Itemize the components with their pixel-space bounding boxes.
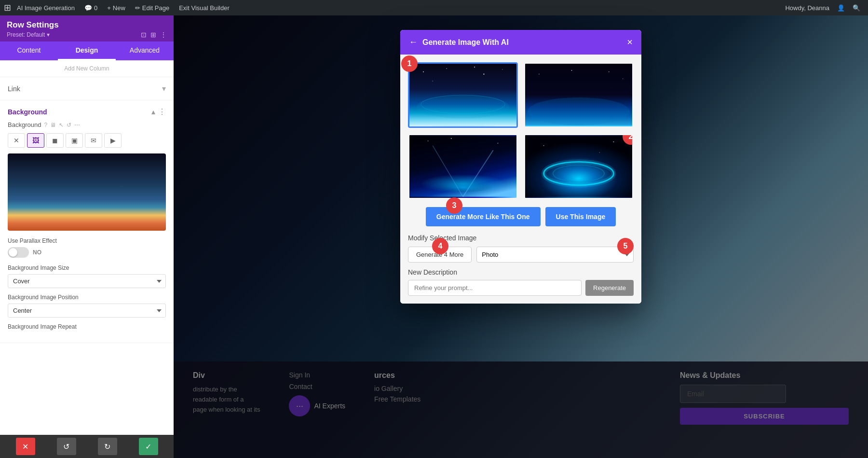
cancel-button[interactable]: ✕ bbox=[16, 438, 35, 455]
parallax-toggle[interactable] bbox=[8, 247, 29, 258]
bg-preview-image bbox=[8, 153, 166, 231]
site-name: AI Image Generation bbox=[17, 4, 75, 12]
svg-point-20 bbox=[451, 138, 452, 139]
regenerate-button[interactable]: Regenerate bbox=[585, 280, 634, 296]
new-desc-row: Regenerate bbox=[408, 280, 634, 296]
exit-builder-link[interactable]: Exit Visual Builder bbox=[175, 0, 233, 15]
image-cell-2[interactable] bbox=[524, 62, 634, 128]
use-image-button[interactable]: Use This Image bbox=[545, 207, 616, 226]
new-link[interactable]: + New bbox=[103, 0, 129, 15]
modal-back-button[interactable]: ← bbox=[409, 37, 418, 47]
undo-button[interactable]: ↺ bbox=[57, 438, 76, 455]
svg-point-19 bbox=[428, 140, 429, 141]
redo-button[interactable]: ↻ bbox=[98, 438, 117, 455]
more-bg-icon[interactable]: ⋯ bbox=[74, 122, 80, 128]
undo-icon[interactable]: ↺ bbox=[67, 122, 71, 128]
svg-point-21 bbox=[498, 143, 499, 144]
image-cell-1[interactable] bbox=[408, 62, 518, 128]
svg-rect-15 bbox=[409, 136, 516, 196]
tab-advanced[interactable]: Advanced bbox=[116, 42, 174, 60]
save-button[interactable]: ✓ bbox=[139, 438, 158, 455]
toggle-row: NO bbox=[8, 247, 166, 258]
svg-point-2 bbox=[416, 95, 509, 118]
bg-type-video[interactable]: ▶ bbox=[104, 133, 122, 148]
add-new-column-area: Add New Column bbox=[0, 60, 174, 77]
bg-type-gradient[interactable]: ▣ bbox=[66, 133, 83, 148]
section-title: Background bbox=[8, 108, 47, 116]
avatar[interactable]: 👤 bbox=[833, 0, 849, 15]
svg-point-27 bbox=[613, 141, 614, 142]
pencil-icon: ✏ bbox=[135, 4, 140, 12]
bg-position-field: Background Image Position Center Top Bot… bbox=[8, 294, 166, 318]
svg-point-8 bbox=[474, 67, 475, 68]
bg-position-select[interactable]: Center Top Bottom bbox=[8, 304, 166, 318]
sidebar-title: Row Settings bbox=[7, 20, 167, 30]
save-icon: ✓ bbox=[145, 442, 151, 451]
desktop-icon[interactable]: 🖥 bbox=[50, 122, 56, 128]
style-select[interactable]: Photo Digital Art Illustration 3D Render bbox=[476, 247, 634, 263]
columns-icon[interactable]: ⊞ bbox=[150, 31, 156, 39]
site-name-link[interactable]: AI Image Generation bbox=[13, 0, 79, 15]
responsive-icon[interactable]: ⊡ bbox=[141, 31, 147, 39]
bg-preview bbox=[8, 153, 166, 231]
dots-icon[interactable]: ⋮ bbox=[158, 107, 166, 116]
image-cell-4[interactable]: 2 bbox=[524, 134, 634, 199]
search-icon[interactable]: 🔍 bbox=[849, 0, 864, 15]
chevron-down-icon: ▾ bbox=[162, 84, 166, 93]
svg-point-28 bbox=[599, 152, 600, 153]
bg-label: Background bbox=[8, 121, 41, 128]
sidebar-header: Row Settings Preset: Default ▾ ⊡ ⊞ ⋮ bbox=[0, 15, 174, 42]
parallax-row: Use Parallax Effect NO bbox=[8, 237, 166, 258]
comment-count: 0 bbox=[94, 4, 97, 12]
sidebar-content: Add New Column Link ▾ Background ▴ ⋮ Bac… bbox=[0, 60, 174, 435]
chevron-up-icon[interactable]: ▴ bbox=[151, 107, 155, 116]
new-desc-label: New Description bbox=[408, 268, 634, 276]
generate-more-button[interactable]: Generate More Like This One bbox=[426, 207, 541, 226]
cancel-icon: ✕ bbox=[22, 442, 28, 451]
parallax-value: NO bbox=[33, 249, 41, 256]
toggle-knob bbox=[9, 248, 17, 257]
modal-body: 1 bbox=[400, 55, 641, 304]
section-controls: ▴ ⋮ bbox=[151, 107, 166, 116]
modal-title: Generate Image With AI bbox=[422, 38, 509, 47]
comment-link[interactable]: 💬 0 bbox=[81, 0, 101, 15]
bg-label-row: Background ? 🖥 ↖ ↺ ⋯ bbox=[8, 121, 166, 128]
bg-type-pattern[interactable]: ✉ bbox=[85, 133, 102, 148]
wp-icon[interactable]: ⊞ bbox=[4, 2, 11, 13]
question-icon[interactable]: ? bbox=[44, 122, 47, 128]
image-grid: 1 bbox=[408, 62, 634, 199]
cursor-icon[interactable]: ↖ bbox=[59, 122, 64, 128]
image-cell-3[interactable] bbox=[408, 134, 518, 199]
modify-section: Modify Selected Image 4 5 Generate 4 Mor… bbox=[408, 234, 634, 296]
comment-icon: 💬 bbox=[84, 4, 92, 12]
svg-point-5 bbox=[483, 73, 484, 74]
redo-icon: ↻ bbox=[104, 442, 110, 451]
link-row[interactable]: Link ▾ bbox=[0, 77, 174, 100]
parallax-label: Use Parallax Effect bbox=[8, 237, 166, 244]
space-image-1 bbox=[409, 64, 516, 126]
more-icon[interactable]: ⋮ bbox=[160, 31, 167, 39]
svg-point-7 bbox=[432, 81, 433, 82]
background-section: Background ▴ ⋮ Background ? 🖥 ↖ ↺ ⋯ ✕ 🖼 … bbox=[0, 100, 174, 343]
modify-label: Modify Selected Image bbox=[408, 234, 634, 242]
bg-size-label: Background Image Size bbox=[8, 264, 166, 271]
bg-position-label: Background Image Position bbox=[8, 294, 166, 301]
bg-type-none[interactable]: ✕ bbox=[8, 133, 25, 148]
svg-point-11 bbox=[539, 74, 540, 75]
bg-size-select[interactable]: Cover Contain Auto bbox=[8, 274, 166, 288]
sidebar-toolbar: ✕ ↺ ↻ ✓ bbox=[0, 435, 174, 458]
tab-design[interactable]: Design bbox=[58, 42, 116, 60]
tab-content[interactable]: Content bbox=[0, 42, 58, 60]
svg-point-6 bbox=[502, 69, 502, 69]
sidebar-preset[interactable]: Preset: Default ▾ bbox=[7, 31, 50, 38]
generate-count-button[interactable]: Generate 4 More bbox=[408, 247, 472, 263]
svg-point-3 bbox=[423, 71, 424, 72]
modal-close-button[interactable]: × bbox=[627, 37, 633, 48]
bg-type-color[interactable]: ◼ bbox=[46, 133, 64, 148]
description-input[interactable] bbox=[408, 280, 582, 296]
space-image-2 bbox=[525, 64, 632, 126]
edit-page-link[interactable]: ✏ Edit Page bbox=[131, 0, 173, 15]
admin-bar: ⊞ AI Image Generation 💬 0 + New ✏ Edit P… bbox=[0, 0, 868, 15]
modal-title-area: ← Generate Image With AI bbox=[409, 37, 509, 47]
bg-type-image[interactable]: 🖼 bbox=[27, 133, 44, 148]
